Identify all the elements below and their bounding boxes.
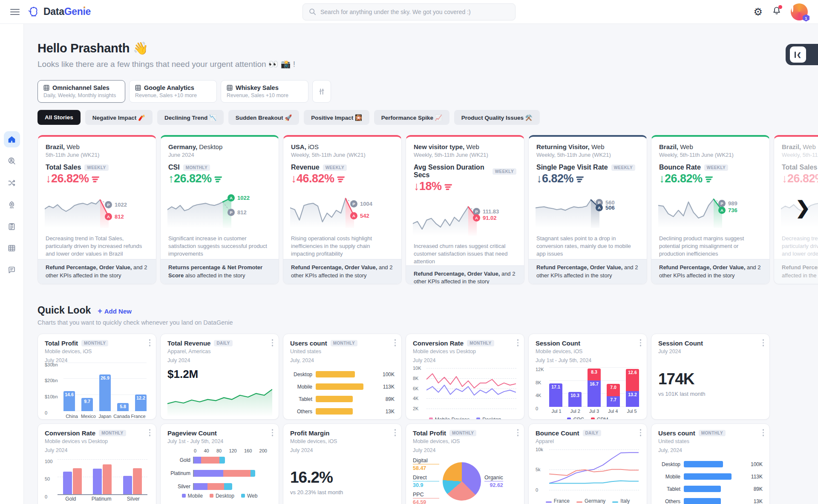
hbar-row: Tablet89K <box>658 486 763 492</box>
story-filter-chip-2[interactable]: Negative Impact 🧨 <box>85 110 153 125</box>
legend-swatch <box>476 418 480 420</box>
actual-value-marker: A812 <box>105 213 124 220</box>
x-axis-tick: 0 <box>194 448 196 453</box>
page-subtitle: Looks like there are a few things that n… <box>37 59 818 69</box>
story-card[interactable]: Returning Visitor, WebWeekly, 5th-11th J… <box>528 135 647 284</box>
story-title: Brazil, Web <box>659 143 762 150</box>
kebab-menu-icon[interactable] <box>395 429 396 436</box>
dataset-filter-button[interactable] <box>312 80 331 103</box>
quick-look-card[interactable]: Users countMONTHLYUnited statesJuly, 202… <box>283 334 402 420</box>
story-card[interactable]: Brazil, WebWeekly, 5th-11th June (WK21)B… <box>651 135 770 284</box>
segment <box>207 483 224 490</box>
legend-item: Desktop <box>476 417 501 420</box>
story-filter-chip-6[interactable]: Performance Spike 📈 <box>374 110 449 125</box>
quick-look-card[interactable]: Conversion RateMONTHLYMobile devices vs … <box>37 423 156 504</box>
kebab-menu-icon[interactable] <box>395 339 396 346</box>
revenue-value: $1.2M <box>167 368 272 381</box>
quick-look-card[interactable]: Conversion RateMONTHLYMobile devices vs … <box>406 334 524 420</box>
story-filter-chip-5[interactable]: Positive Impact 🎇 <box>304 110 369 125</box>
settings-gear-icon[interactable]: ⚙ <box>753 7 763 17</box>
app-logo[interactable]: DataGenie <box>27 6 91 18</box>
story-description: Decreasing trend in Total Sales, particu… <box>774 235 818 258</box>
hbar-label: Desktop <box>658 461 680 467</box>
kebab-menu-icon[interactable] <box>272 339 274 346</box>
quick-look-card[interactable]: Session CountJuly 2024174Kvs 101K last m… <box>651 334 770 420</box>
x-axis-tick: Jul 1 <box>549 409 564 414</box>
kebab-menu-icon[interactable] <box>272 429 274 436</box>
dataset-tab-1[interactable]: Omnichannel SalesDaily, Weekly, Monthly … <box>37 80 125 103</box>
pie-label-text: Direct <box>413 475 439 481</box>
user-avatar[interactable]: 1 <box>791 3 808 20</box>
story-kpi-row: Single Page Visit RateWEEKLY <box>529 164 647 171</box>
kebab-menu-icon[interactable] <box>517 339 519 346</box>
quick-look-card[interactable]: Total RevenueDAILYApparel, AmericasJuly … <box>160 334 279 420</box>
story-title: USA, iOS <box>291 143 394 150</box>
segment-value: 8.3 <box>588 369 601 374</box>
hbar-label: Tablet <box>290 396 312 402</box>
hbar-bar <box>316 371 355 377</box>
story-filter-chip-1[interactable]: All Stories <box>37 110 81 125</box>
quick-look-card[interactable]: Users countMONTHLYUnited statesJuly, 202… <box>651 423 770 504</box>
dataset-tab-2[interactable]: Google AnalyticsRevenue, Sales +10 more <box>129 80 217 103</box>
kebab-menu-icon[interactable] <box>763 339 764 346</box>
dataset-tab-3[interactable]: Whiskey SalesRevenue, Sales +10 more <box>221 80 308 103</box>
quick-look-card[interactable]: Pageview CountJuly 1st - July 5th, 20240… <box>160 423 279 504</box>
sidebar-item-shuffle[interactable] <box>4 175 20 191</box>
story-card[interactable]: Germany, DesktopJune 2024CSIMONTHLY↑26.8… <box>160 135 279 284</box>
stories-next-button[interactable]: ❯ <box>795 199 810 217</box>
kebab-menu-icon[interactable] <box>763 429 764 436</box>
cpm-segment: 7.0 <box>607 384 620 397</box>
global-search-input[interactable]: Search for anything under the sky. We go… <box>302 3 516 20</box>
story-card-header: Brazil, WebWeekly, 5th-11th June (WK21) <box>651 137 769 158</box>
story-filter-chip-3[interactable]: Declining Trend 📉 <box>157 110 224 125</box>
legend-label: Mobile <box>188 493 203 499</box>
actual-value: 736 <box>728 207 737 213</box>
row-label: Silver <box>167 484 190 490</box>
quick-card-subtitle: July, 2024 <box>290 357 395 365</box>
legend-swatch <box>612 501 618 503</box>
quick-look-card[interactable]: Session CountMobile devices, iOSJuly 1st… <box>528 334 647 420</box>
story-filter-chip-7[interactable]: Product Quality Issues ⚒️ <box>454 110 540 125</box>
notifications-bell-icon[interactable] <box>772 6 781 17</box>
quick-look-card[interactable]: Profit MarginMobile devices, iOSJuly 202… <box>283 423 402 504</box>
table-grid-icon <box>135 85 141 91</box>
x-axis-tick: Silver <box>127 496 140 502</box>
y-axis-tick: 0 <box>536 406 538 411</box>
sidebar-item-home[interactable] <box>4 131 20 147</box>
sidebar-item-reports[interactable] <box>4 218 20 234</box>
story-filter-chip-4[interactable]: Sudden Breakout 🚀 <box>228 110 299 125</box>
story-kpi-name: Bounce Rate <box>659 164 701 171</box>
quick-card-chart: 0$10bn$20bn$30bn14.69.726.95.812.2ChinaM… <box>45 369 149 419</box>
quick-card-title-row: Total ProfitMONTHLY <box>413 429 517 437</box>
story-card[interactable]: Brazil, Web5th-11th June (WK21)Total Sal… <box>37 135 156 284</box>
page-title: Hello Prashanth 👋 <box>37 41 818 55</box>
kebab-menu-icon[interactable] <box>149 429 151 436</box>
logo-wordmark: DataGenie <box>43 6 91 17</box>
add-new-button[interactable]: +Add New <box>98 307 132 316</box>
table-grid-icon <box>227 85 233 91</box>
kebab-menu-icon[interactable] <box>149 339 151 346</box>
x-axis-tick: Jul 2 <box>568 409 582 414</box>
sidebar-item-datasets[interactable] <box>4 240 20 256</box>
insights-panel-toggle[interactable]: ❮ <box>786 44 818 65</box>
actual-value-marker: A1022 <box>228 194 250 202</box>
story-card[interactable]: New visitor type, WebWeekly, 5th-11th Ju… <box>406 135 524 284</box>
hamburger-menu-icon[interactable] <box>10 9 20 15</box>
x-axis-labels: ChinaMexicoJapanCanadaFrance <box>63 414 147 419</box>
frequency-badge: MONTHLY <box>449 430 476 436</box>
quick-look-card[interactable]: Bounce CountDAILYApparel10k5k0FranceGerm… <box>528 423 647 504</box>
kebab-menu-icon[interactable] <box>640 339 642 346</box>
sidebar-item-explore[interactable] <box>4 153 20 169</box>
clipboard-list-icon <box>7 222 16 231</box>
x-axis-tick: 200 <box>259 448 267 453</box>
sidebar-item-feedback[interactable] <box>4 262 20 278</box>
quick-look-card[interactable]: Total ProfitMONTHLYMobile devices, iOSJu… <box>406 423 524 504</box>
frequency-badge: DAILY <box>583 430 601 436</box>
kebab-menu-icon[interactable] <box>517 429 519 436</box>
actual-value: 542 <box>360 213 369 219</box>
kebab-menu-icon[interactable] <box>640 429 642 436</box>
hbar-value: 89K <box>386 396 395 402</box>
story-card[interactable]: USA, iOSWeekly, 5th-11th June (WK21)Reve… <box>283 135 402 284</box>
quick-look-card[interactable]: Total ProfitMONTHLYMobile devices, iOSJu… <box>37 334 156 420</box>
sidebar-item-launch[interactable] <box>4 196 20 213</box>
